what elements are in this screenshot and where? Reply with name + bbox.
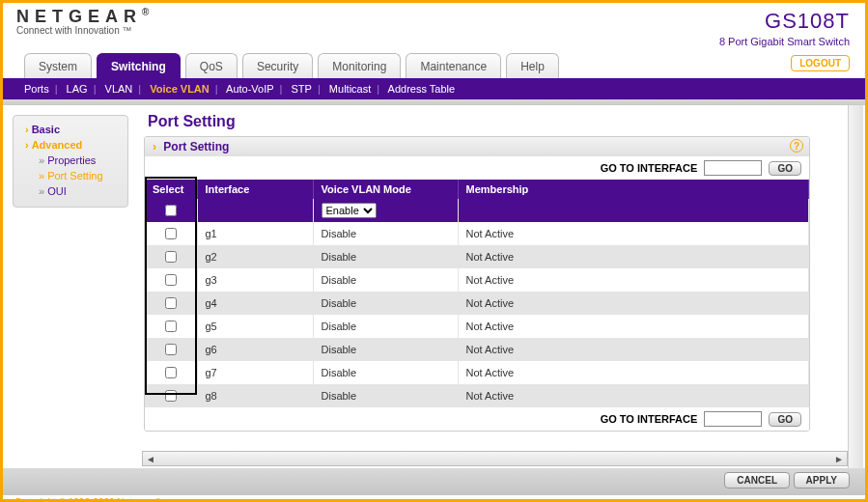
cell-membership: Not Active — [458, 222, 809, 245]
goto-row-top: GO TO INTERFACE GO — [145, 156, 809, 180]
cell-interface: g8 — [197, 384, 313, 407]
row-checkbox[interactable] — [165, 367, 177, 378]
brand-block: NETGEAR® Connect with Innovation ™ — [16, 7, 149, 36]
cell-membership: Not Active — [458, 292, 809, 315]
go-button-bottom[interactable]: GO — [769, 412, 801, 427]
page-title: Port Setting — [148, 113, 848, 130]
vertical-scrollbar[interactable] — [848, 105, 863, 468]
sidebar-advanced-sub: Properties Port Setting OUI — [19, 153, 122, 199]
subtab-voice-vlan[interactable]: Voice VLAN — [150, 83, 210, 95]
table-row: g3DisableNot Active — [145, 268, 809, 292]
model-desc: 8 Port Gigabit Smart Switch — [719, 36, 850, 47]
subtab-ports[interactable]: Ports — [24, 83, 49, 95]
horizontal-scrollbar[interactable]: ◄ ► — [142, 451, 848, 466]
row-checkbox[interactable] — [165, 251, 177, 263]
sidebar-box: Basic Advanced Properties Port Setting O… — [13, 115, 128, 208]
port-table: Select Interface Voice VLAN Mode Members… — [145, 180, 809, 407]
cell-interface: g1 — [197, 222, 313, 245]
scroll-right-icon[interactable]: ► — [831, 454, 847, 464]
mode-select[interactable]: Enable — [322, 203, 377, 218]
cancel-button[interactable]: CANCEL — [724, 472, 790, 488]
table-row: g5DisableNot Active — [145, 315, 809, 338]
cell-membership: Not Active — [458, 245, 809, 268]
footer-bar: CANCEL APPLY — [3, 468, 865, 495]
col-membership: Membership — [458, 180, 809, 199]
cell-mode: Disable — [313, 222, 458, 245]
subtab-stp[interactable]: STP — [292, 83, 312, 95]
tab-system[interactable]: System — [24, 53, 92, 78]
row-checkbox[interactable] — [165, 344, 177, 355]
col-mode: Voice VLAN Mode — [313, 180, 458, 199]
help-icon[interactable]: ? — [790, 139, 803, 153]
cell-membership: Not Active — [458, 268, 809, 292]
sidebar-basic[interactable]: Basic — [19, 122, 122, 137]
sidebar-port-setting[interactable]: Port Setting — [33, 168, 122, 183]
sub-tabs: Ports| LAG| VLAN| Voice VLAN| Auto-VoIP|… — [3, 78, 865, 99]
cell-interface: g7 — [197, 361, 313, 384]
brand-tagline: Connect with Innovation ™ — [16, 25, 149, 36]
table-row: g2DisableNot Active — [145, 245, 809, 268]
tab-monitoring[interactable]: Monitoring — [318, 53, 401, 78]
cell-mode: Disable — [313, 292, 458, 315]
tab-qos[interactable]: QoS — [185, 53, 238, 78]
scroll-left-icon[interactable]: ◄ — [143, 454, 158, 464]
row-checkbox[interactable] — [165, 297, 177, 309]
tab-security[interactable]: Security — [242, 53, 313, 78]
header: NETGEAR® Connect with Innovation ™ GS108… — [3, 3, 865, 53]
cell-membership: Not Active — [458, 315, 809, 338]
subtab-address-table[interactable]: Address Table — [388, 83, 456, 95]
cell-interface: g5 — [197, 315, 313, 338]
content-area: Basic Advanced Properties Port Setting O… — [3, 105, 865, 468]
subtab-vlan[interactable]: VLAN — [105, 83, 133, 95]
row-checkbox[interactable] — [165, 274, 177, 286]
tab-switching[interactable]: Switching — [97, 53, 181, 78]
table-row: g7DisableNot Active — [145, 361, 809, 384]
main-tabs: System Switching QoS Security Monitoring… — [3, 53, 865, 78]
cell-membership: Not Active — [458, 384, 809, 407]
cell-membership: Not Active — [458, 361, 809, 384]
main-panel: Port Setting Port Setting ? GO TO INTERF… — [132, 105, 865, 468]
row-checkbox[interactable] — [165, 321, 177, 332]
cell-mode: Disable — [313, 315, 458, 338]
copyright: Copyright © 1996-2009 Netgear ® — [3, 495, 865, 502]
table-row: g6DisableNot Active — [145, 338, 809, 361]
table-row: g1DisableNot Active — [145, 222, 809, 245]
subtab-auto-voip[interactable]: Auto-VoIP — [226, 83, 274, 95]
apply-button[interactable]: APPLY — [794, 472, 850, 488]
panel-title-text: Port Setting — [163, 140, 229, 153]
cell-mode: Disable — [313, 268, 458, 292]
subtab-multicast[interactable]: Multicast — [329, 83, 371, 95]
sidebar-properties[interactable]: Properties — [33, 153, 122, 168]
tab-help[interactable]: Help — [506, 53, 559, 78]
goto-input-bottom[interactable] — [704, 411, 762, 427]
cell-interface: g4 — [197, 292, 313, 315]
app-window: NETGEAR® Connect with Innovation ™ GS108… — [0, 0, 868, 502]
row-checkbox[interactable] — [165, 228, 177, 239]
edit-row: Enable — [145, 199, 809, 222]
sidebar: Basic Advanced Properties Port Setting O… — [3, 105, 132, 468]
tab-maintenance[interactable]: Maintenance — [406, 53, 501, 78]
cell-mode: Disable — [313, 245, 458, 268]
table-row: g8DisableNot Active — [145, 384, 809, 407]
goto-input-top[interactable] — [704, 160, 762, 176]
cell-interface: g6 — [197, 338, 313, 361]
cell-interface: g3 — [197, 268, 313, 292]
brand-name: NETGEAR® — [16, 7, 149, 27]
row-checkbox[interactable] — [165, 390, 177, 402]
model-block: GS108T 8 Port Gigabit Smart Switch — [719, 9, 850, 47]
col-interface: Interface — [197, 180, 313, 199]
logout-button[interactable]: LOGOUT — [791, 55, 850, 71]
table-row: g4DisableNot Active — [145, 292, 809, 315]
go-button-top[interactable]: GO — [769, 161, 801, 176]
cell-mode: Disable — [313, 361, 458, 384]
port-setting-panel: Port Setting ? GO TO INTERFACE GO — [144, 136, 810, 432]
cell-mode: Disable — [313, 384, 458, 407]
cell-mode: Disable — [313, 338, 458, 361]
sidebar-advanced[interactable]: Advanced — [19, 137, 122, 153]
subtab-lag[interactable]: LAG — [67, 83, 88, 95]
cell-membership: Not Active — [458, 338, 809, 361]
select-all-checkbox[interactable] — [165, 205, 177, 216]
sidebar-oui[interactable]: OUI — [33, 183, 122, 199]
cell-interface: g2 — [197, 245, 313, 268]
goto-label-top: GO TO INTERFACE — [601, 162, 698, 174]
